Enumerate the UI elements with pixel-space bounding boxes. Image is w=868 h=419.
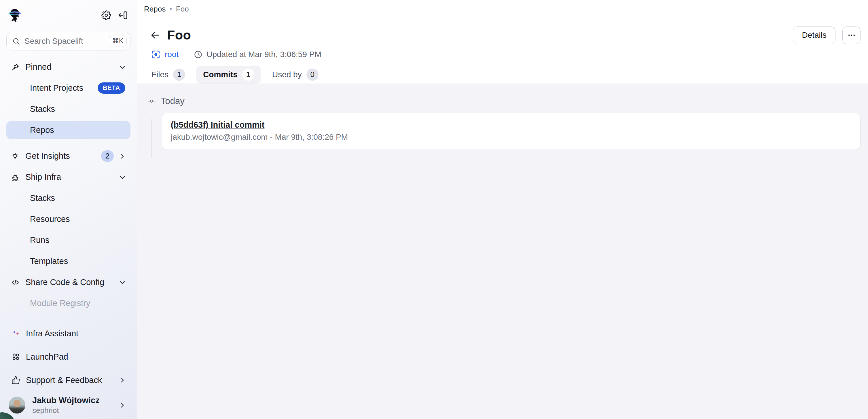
timeline-line [151,119,152,158]
beta-badge: BETA [98,82,125,94]
sidebar-item-label: Share Code & Config [25,277,118,287]
divider [6,142,130,142]
app-window: ⌘K Pinned Intent Projects BETA [0,0,868,419]
sidebar-item-label: Support & Feedback [26,376,118,385]
launchpad-grid-icon [11,353,20,361]
repo-meta-row: root Updated at Mar 9th, 3:06:59 PM [145,49,861,60]
tab-count-badge: 0 [306,68,318,81]
space-link[interactable]: root [151,50,179,59]
user-meta: Jakub Wójtowicz sephriot [32,396,118,415]
tab-label: Files [152,70,168,79]
chevron-down-icon [118,173,126,181]
sidebar-item-label: Get Insights [25,151,101,161]
sidebar-item-get-insights[interactable]: Get Insights 2 [6,147,130,165]
sidebar-item-intent-projects[interactable]: Intent Projects BETA [6,79,130,97]
commit-group-header: Today [148,96,861,106]
tab-count-badge: 1 [242,68,254,81]
sidebar-item-label: Resources [30,214,126,224]
sidebar-item-label: LaunchPad [26,352,126,362]
sidebar-item-module-registry[interactable]: Module Registry [6,294,130,312]
sidebar-item-repos[interactable]: Repos [6,121,130,139]
sidebar-top [0,0,137,24]
sidebar-item-launchpad[interactable]: LaunchPad [6,348,130,366]
commit-node-icon [148,97,156,105]
sidebar-item-ship-infra[interactable]: Ship Infra [6,168,130,186]
collapse-sidebar-icon [118,10,128,20]
arrow-left-icon [150,30,160,40]
sidebar-bottom: Infra Assistant LaunchPad Support & F [0,317,137,419]
commit-link[interactable]: (b5dd63f) Initial commit [171,120,265,130]
sidebar-item-infra-assistant[interactable]: Infra Assistant [6,325,130,342]
breadcrumb-current: Foo [176,5,189,13]
gear-icon [101,10,111,20]
sidebar-item-share-code-config[interactable]: Share Code & Config [6,273,130,291]
insights-count-badge: 2 [101,150,114,162]
page-title: Foo [167,28,191,43]
user-menu[interactable]: Jakub Wójtowicz sephriot [6,396,130,415]
commit-group-label: Today [161,96,185,106]
more-actions-button[interactable] [842,27,861,44]
sidebar: ⌘K Pinned Intent Projects BETA [0,0,137,419]
spacelift-logo[interactable] [7,7,23,23]
tab-count-badge: 1 [173,68,185,81]
page-header: Foo Details [137,18,868,84]
tab-label: Used by [272,70,302,79]
clock-icon [193,50,203,59]
lightbulb-icon [11,152,20,160]
search-shortcut-badge: ⌘K [109,36,127,47]
sidebar-item-pinned[interactable]: Pinned [6,58,130,76]
tab-bar: Files 1 Commits 1 Used by 0 [145,65,861,84]
sidebar-item-stacks[interactable]: Stacks [6,189,130,207]
commits-content: Today (b5dd63f) Initial commit jakub.woj… [137,84,868,419]
collapse-sidebar-button[interactable] [117,9,129,22]
tab-label: Commits [203,70,238,79]
breadcrumb-separator: • [169,5,172,13]
tab-commits[interactable]: Commits 1 [196,66,261,84]
sidebar-item-label: Infra Assistant [26,329,126,338]
sparkles-icon [11,329,20,338]
chevron-right-icon [118,376,126,384]
sidebar-item-label: Repos [30,125,126,135]
breadcrumb-repos[interactable]: Repos [144,5,165,13]
chevron-right-icon [118,152,126,160]
space-label: root [165,50,179,59]
search-input[interactable] [25,37,109,46]
tab-used-by[interactable]: Used by 0 [265,66,326,84]
search-box[interactable]: ⌘K [6,32,130,51]
sidebar-item-label: Stacks [30,104,126,114]
sidebar-item-runs[interactable]: Runs [6,231,130,249]
sidebar-nav: Pinned Intent Projects BETA Stacks Repos [0,51,137,317]
sidebar-item-label: Pinned [25,62,118,72]
user-handle: sephriot [32,406,118,415]
search-icon [12,37,21,46]
sidebar-item-label: Runs [30,235,126,245]
ellipsis-icon [847,31,856,39]
main-panel: Repos • Foo Foo Details [137,0,868,419]
updated-text: Updated at Mar 9th, 3:06:59 PM [207,50,321,59]
updated-at: Updated at Mar 9th, 3:06:59 PM [193,50,321,59]
space-icon [151,50,161,59]
chevron-right-icon [118,401,126,409]
sidebar-item-label: Templates [30,257,126,266]
chevron-down-icon [118,63,126,71]
avatar [8,396,26,414]
sidebar-item-stacks-pinned[interactable]: Stacks [6,100,130,118]
commit-meta: jakub.wojtowic@gmail.com - Mar 9th, 3:08… [171,132,851,142]
sidebar-item-templates[interactable]: Templates [6,252,130,270]
settings-button[interactable] [100,9,113,22]
sidebar-item-label: Intent Projects [30,83,98,93]
code-icon [11,278,20,287]
commit-card[interactable]: (b5dd63f) Initial commit jakub.wojtowic@… [162,113,861,150]
sidebar-item-resources[interactable]: Resources [6,210,130,228]
details-button[interactable]: Details [793,27,835,44]
tab-files[interactable]: Files 1 [145,66,192,84]
ship-icon [11,173,20,182]
sidebar-item-support-feedback[interactable]: Support & Feedback [6,371,130,389]
back-button[interactable] [149,29,162,42]
sidebar-item-label: Ship Infra [25,172,118,182]
user-name: Jakub Wójtowicz [32,396,118,405]
pin-icon [11,63,20,71]
thumbs-up-icon [11,376,20,384]
sidebar-item-label: Stacks [30,193,126,203]
breadcrumb: Repos • Foo [137,0,868,18]
